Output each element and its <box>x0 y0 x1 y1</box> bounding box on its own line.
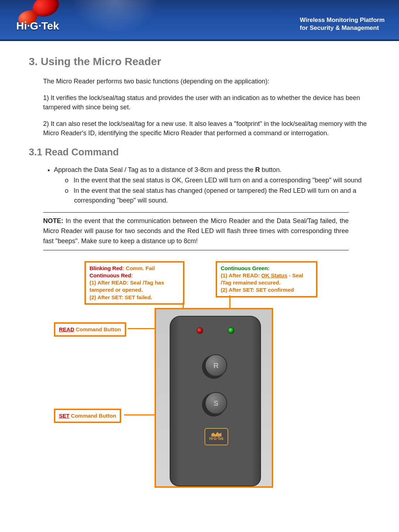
note-text: In the event that the communication betw… <box>43 217 349 245</box>
callout-text: Command Button <box>69 413 116 419</box>
list-item: Approach the Data Seal / Tag as to a dis… <box>54 165 370 205</box>
callout-text: (1) After READ: <box>221 272 261 278</box>
sub-list: In the event that the seal status is OK,… <box>65 176 370 205</box>
callout-text: : <box>131 272 133 278</box>
r-button-ref: R <box>255 166 260 173</box>
intro-paragraph: 1) It verifies the lock/seal/tag status … <box>43 93 370 112</box>
note-box: NOTE: In the event that the communicatio… <box>43 212 349 250</box>
callout-text: (1) After READ: Seal /Tag has tampered o… <box>90 279 164 293</box>
callout-text: READ <box>59 326 74 332</box>
device-image-frame: R S Hi·G·Tek <box>155 308 273 488</box>
callout-text: Continuous Green: <box>221 265 270 271</box>
device-logo-icon: Hi·G·Tek <box>205 428 228 445</box>
green-led-callout: Continuous Green: (1) After READ: OK Sta… <box>216 261 317 297</box>
brand-logo: Hi·G·Tek <box>7 0 68 43</box>
note-label: NOTE: <box>43 217 63 224</box>
callout-text: (2) After SET: SET confirmed <box>221 287 294 293</box>
device-logo-text: Hi·G·Tek <box>205 437 228 441</box>
callout-text: (2) After SET: SET failed. <box>90 294 152 300</box>
read-button-icon: R <box>205 354 227 377</box>
red-led-icon <box>197 327 203 334</box>
tagline-line: Wireless Monitoring Platform <box>300 17 385 23</box>
leader-line <box>128 328 157 329</box>
device-diagram: Blinking Red: Comm. Fail Continuous Red:… <box>43 261 385 491</box>
wave-icon <box>211 430 221 437</box>
set-button-icon: S <box>205 392 227 414</box>
logo-text: Hi·G·Tek <box>16 20 59 32</box>
subsection-title: 3.1 Read Command <box>29 147 370 158</box>
callout-text: Command Button <box>74 326 121 332</box>
intro-paragraph: 2) It can also reset the lock/seal/tag f… <box>43 119 370 138</box>
section-title: 3. Using the Micro Reader <box>29 55 370 68</box>
green-led-icon <box>228 327 234 334</box>
read-button-label: READ Command Button <box>54 322 126 337</box>
callout-text: Blinking Red <box>90 265 123 271</box>
list-item: In the event that the seal status has ch… <box>74 186 370 205</box>
page-header: Hi·G·Tek Wireless Monitoring Platform fo… <box>0 0 399 41</box>
set-button-label: SET Command Button <box>54 409 121 423</box>
header-tagline: Wireless Monitoring Platform for Securit… <box>300 16 385 32</box>
intro-paragraph: The Micro Reader performs two basic func… <box>43 77 370 86</box>
device-body: R S Hi·G·Tek <box>170 316 261 486</box>
tagline-line: for Security & Management <box>300 24 379 31</box>
list-text: Approach the Data Seal / Tag as to a dis… <box>54 166 255 173</box>
callout-text: : Comm. Fail <box>123 265 155 271</box>
callout-text: Continuous Red <box>90 272 131 278</box>
bullet-list: Approach the Data Seal / Tag as to a dis… <box>43 165 370 205</box>
list-item: In the event that the seal status is OK,… <box>74 176 370 185</box>
red-led-callout: Blinking Red: Comm. Fail Continuous Red:… <box>84 261 184 305</box>
list-text: button. <box>260 166 281 173</box>
callout-text: SET <box>59 413 69 419</box>
callout-text: OK Status <box>261 272 288 278</box>
page-content: 3. Using the Micro Reader The Micro Read… <box>0 41 399 499</box>
